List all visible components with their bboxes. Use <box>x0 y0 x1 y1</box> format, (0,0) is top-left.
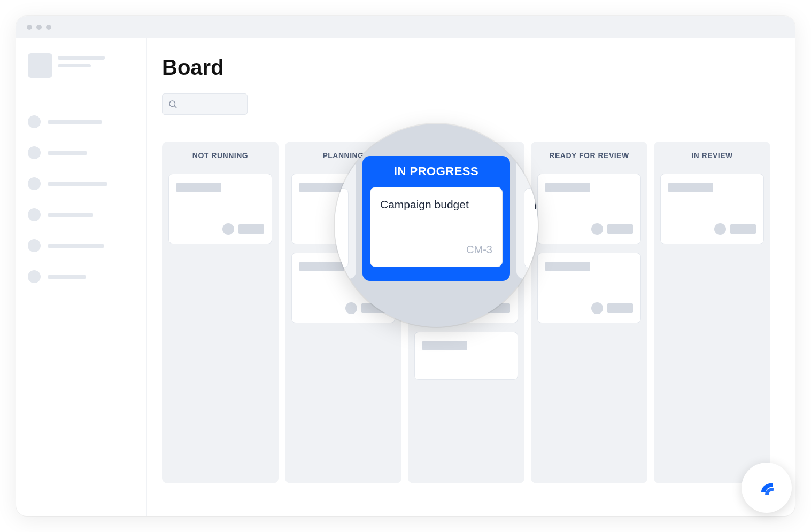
sidebar-item[interactable] <box>28 270 134 283</box>
profile-text-placeholder <box>58 53 134 67</box>
card-title-placeholder <box>545 262 590 271</box>
magnifier-focused-column: IN PROGRESS Campaign budget CM-3 <box>362 156 510 281</box>
search-icon <box>168 99 177 109</box>
card-meta <box>545 302 633 314</box>
card-meta <box>668 223 756 235</box>
card-meta <box>176 223 264 235</box>
window-control-dot[interactable] <box>27 25 32 30</box>
kanban-card[interactable] <box>537 174 641 244</box>
card-meta <box>545 223 633 235</box>
sidebar <box>16 38 147 516</box>
window-titlebar <box>16 16 795 38</box>
kanban-card[interactable] <box>414 332 518 380</box>
kanban-card[interactable] <box>537 253 641 323</box>
card-title-placeholder <box>668 183 713 192</box>
sidebar-item[interactable] <box>28 239 134 252</box>
magnifier-card-id: CM-3 <box>380 244 492 256</box>
magnifier-column-header: IN PROGRESS <box>370 165 503 178</box>
sidebar-item[interactable] <box>28 146 134 159</box>
column-header: NOT RUNNING <box>168 151 272 160</box>
window-control-dot[interactable] <box>46 25 51 30</box>
magnifier-card[interactable]: Campaign budget CM-3 <box>370 187 503 267</box>
search-input[interactable] <box>162 93 248 115</box>
card-title-placeholder <box>299 183 344 192</box>
card-title-placeholder <box>299 262 344 271</box>
page-title: Board <box>162 56 780 80</box>
magnifier-overlay: IN PROGRESS Campaign budget CM-3 R <box>335 124 538 327</box>
card-title-placeholder <box>545 183 590 192</box>
sidebar-item[interactable] <box>28 208 134 221</box>
avatar <box>28 53 52 78</box>
card-title-placeholder <box>422 341 467 350</box>
kanban-column[interactable]: READY FOR REVIEW <box>531 142 647 483</box>
card-title-placeholder <box>176 183 221 192</box>
kanban-column[interactable]: IN REVIEW <box>654 142 770 483</box>
kanban-column[interactable]: NOT RUNNING <box>162 142 279 483</box>
kanban-card[interactable] <box>660 174 764 244</box>
window-control-dot[interactable] <box>36 25 42 30</box>
column-header: IN REVIEW <box>660 151 764 160</box>
sidebar-item[interactable] <box>28 115 134 128</box>
brand-logo-icon <box>754 475 779 500</box>
kanban-card[interactable] <box>168 174 272 244</box>
brand-badge[interactable] <box>742 463 792 513</box>
sidebar-profile[interactable] <box>28 53 134 78</box>
column-header: READY FOR REVIEW <box>537 151 641 160</box>
svg-line-1 <box>174 106 176 107</box>
magnifier-card-title: Campaign budget <box>380 198 492 211</box>
sidebar-item[interactable] <box>28 177 134 190</box>
